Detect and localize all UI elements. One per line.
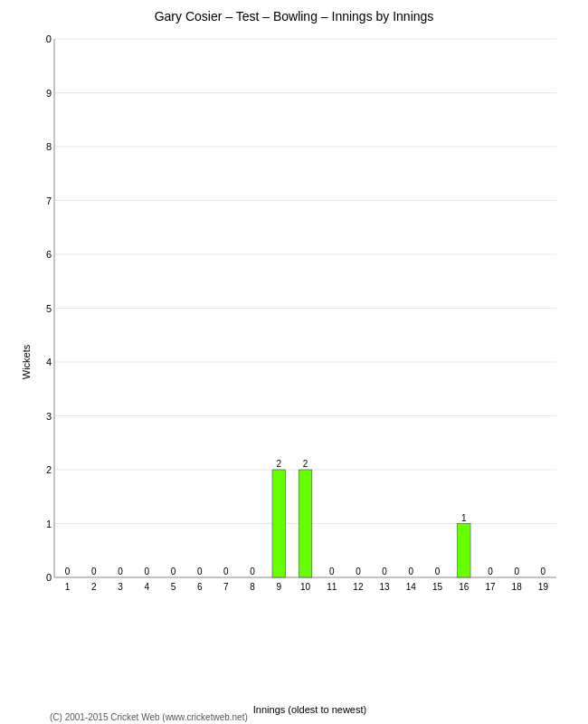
svg-text:0: 0 <box>91 567 97 576</box>
svg-text:14: 14 <box>406 582 417 592</box>
svg-text:0: 0 <box>223 567 229 576</box>
svg-text:12: 12 <box>353 582 364 592</box>
svg-text:1: 1 <box>461 513 467 523</box>
svg-text:10: 10 <box>45 34 52 44</box>
svg-text:0: 0 <box>409 567 414 576</box>
svg-text:3: 3 <box>118 582 123 592</box>
svg-text:7: 7 <box>223 582 229 592</box>
svg-text:2: 2 <box>91 582 97 592</box>
copyright-text: (C) 2001-2015 Cricket Web (www.cricketwe… <box>50 712 248 722</box>
svg-text:5: 5 <box>46 303 52 314</box>
svg-text:2: 2 <box>277 459 282 469</box>
svg-text:8: 8 <box>250 582 255 592</box>
chart-title: Gary Cosier – Test – Bowling – Innings b… <box>0 0 588 28</box>
svg-text:7: 7 <box>46 195 52 206</box>
svg-text:4: 4 <box>144 582 149 592</box>
svg-text:0: 0 <box>118 567 123 576</box>
svg-text:6: 6 <box>197 582 203 592</box>
svg-text:0: 0 <box>65 567 71 576</box>
svg-text:0: 0 <box>356 567 361 576</box>
svg-text:19: 19 <box>538 582 549 592</box>
y-axis-label: Wickets <box>21 345 32 380</box>
svg-text:0: 0 <box>329 567 335 576</box>
svg-rect-42 <box>299 470 312 577</box>
svg-rect-39 <box>272 470 286 577</box>
svg-text:11: 11 <box>327 582 337 592</box>
svg-text:4: 4 <box>46 357 52 367</box>
svg-text:0: 0 <box>541 567 546 576</box>
svg-text:0: 0 <box>197 567 203 576</box>
svg-text:6: 6 <box>46 249 52 260</box>
svg-text:0: 0 <box>382 567 387 576</box>
svg-text:2: 2 <box>303 459 308 469</box>
chart-container: Gary Cosier – Test – Bowling – Innings b… <box>0 0 588 724</box>
chart-svg: 0123456789100102030405060708292100110120… <box>45 34 574 659</box>
svg-text:0: 0 <box>514 567 519 576</box>
svg-text:17: 17 <box>485 582 496 592</box>
svg-text:0: 0 <box>435 567 441 576</box>
svg-text:5: 5 <box>171 582 176 592</box>
svg-text:0: 0 <box>171 567 176 576</box>
svg-text:13: 13 <box>380 582 391 592</box>
svg-text:10: 10 <box>300 582 311 592</box>
svg-text:0: 0 <box>250 567 255 576</box>
svg-text:0: 0 <box>46 572 52 583</box>
svg-text:1: 1 <box>46 519 52 529</box>
svg-text:15: 15 <box>432 582 443 592</box>
svg-text:2: 2 <box>46 464 52 475</box>
svg-text:16: 16 <box>459 582 469 592</box>
svg-rect-55 <box>457 524 470 578</box>
svg-text:1: 1 <box>65 582 71 592</box>
svg-text:9: 9 <box>277 582 282 592</box>
svg-text:0: 0 <box>144 567 149 576</box>
svg-text:0: 0 <box>488 567 493 576</box>
svg-text:9: 9 <box>46 88 52 99</box>
svg-text:3: 3 <box>46 411 52 422</box>
svg-text:8: 8 <box>46 141 52 152</box>
svg-text:18: 18 <box>512 582 523 592</box>
